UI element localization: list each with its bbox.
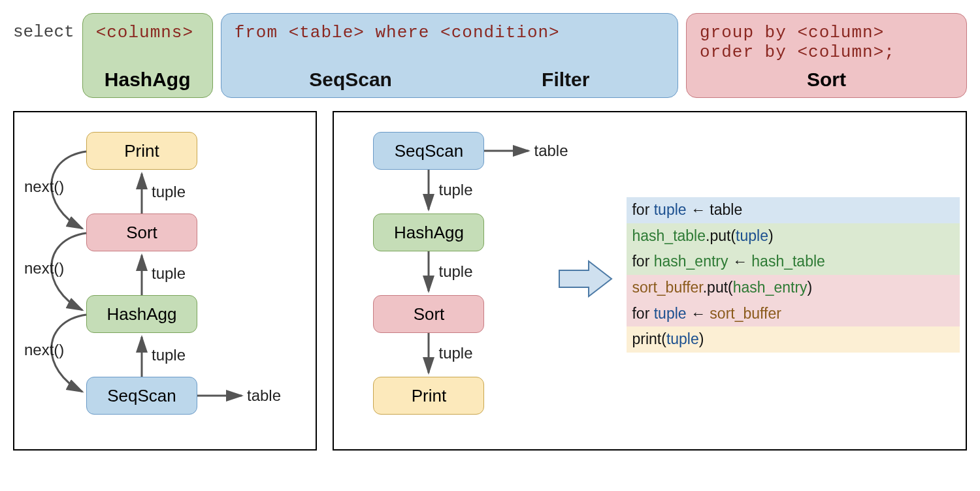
node2-sort: Sort: [373, 295, 484, 333]
pseudocode-line-3: for hash_entry ← hash_table: [627, 249, 960, 275]
node2-print: Print: [373, 377, 484, 415]
pseudocode-line-2: hash_table.put(tuple): [627, 223, 960, 249]
node2-sort-label: Sort: [414, 304, 445, 325]
hashagg-label: HashAgg: [96, 69, 199, 91]
l5-arrow: ←: [687, 305, 710, 322]
node-hashagg: HashAgg: [86, 295, 197, 333]
pseudocode-line-1: for tuple ← table: [627, 197, 960, 223]
l3-arrow: ←: [728, 253, 752, 270]
hashagg-clause-text: <columns>: [96, 23, 199, 42]
edge-next-2: next(): [24, 259, 64, 277]
node2-hashagg: HashAgg: [373, 214, 484, 251]
l1-table: table: [710, 201, 742, 218]
sort-clause-text-2: order by <column>;: [700, 42, 953, 62]
big-arrow-icon: [556, 256, 615, 302]
edge-tuple-r1: tuple: [438, 181, 472, 199]
pseudocode-line-6: print(tuple): [627, 326, 960, 353]
panel-push-model: SeqScan HashAgg Sort Print table tuple t…: [333, 111, 967, 451]
sort-clause-text-1: group by <column>: [700, 23, 953, 42]
l4-close: ): [808, 279, 813, 296]
l5-sort-buffer: sort_buffer: [710, 305, 781, 322]
l5-for: for: [632, 305, 653, 322]
pseudocode-block: for tuple ← table hash_table.put(tuple) …: [627, 197, 960, 353]
l4-hash-entry: hash_entry: [733, 279, 808, 296]
edge-table-right: table: [534, 142, 568, 160]
edge-next-3: next(): [24, 341, 64, 359]
l2-hash-table: hash_table: [632, 227, 706, 244]
pseudocode-line-5: for tuple ← sort_buffer: [627, 301, 960, 327]
node2-print-label: Print: [412, 386, 446, 406]
edge-tuple-r3: tuple: [438, 344, 472, 362]
l6-tuple: tuple: [666, 330, 699, 347]
panels-row: Print Sort HashAgg SeqScan next() next(): [13, 111, 967, 451]
edge-tuple-1: tuple: [152, 183, 186, 201]
node-print-label: Print: [124, 141, 159, 161]
seqscan-clause-text: from <table> where <condition>: [235, 23, 664, 42]
seqscan-label: SeqScan: [309, 69, 392, 91]
l3-hash-table: hash_table: [751, 253, 825, 270]
l2-put: .put(: [706, 227, 736, 244]
node-hashagg-label: HashAgg: [107, 304, 177, 325]
l5-tuple: tuple: [654, 305, 687, 322]
l1-tuple: tuple: [654, 201, 687, 218]
node-sort-label: Sort: [126, 223, 157, 243]
edge-tuple-3: tuple: [152, 346, 186, 364]
edge-next-1: next(): [24, 178, 64, 196]
node2-seqscan: SeqScan: [373, 132, 484, 170]
hashagg-clause-box: <columns> HashAgg: [82, 13, 213, 98]
pseudocode-line-4: sort_buffer.put(hash_entry): [627, 275, 960, 301]
node-seqscan-label: SeqScan: [107, 386, 176, 406]
l4-put: .put(: [703, 279, 733, 296]
l4-sort-buffer: sort_buffer: [632, 279, 702, 296]
l1-arrow: ←: [687, 201, 710, 218]
filter-label: Filter: [542, 69, 589, 91]
sql-mapping-row: select <columns> HashAgg from <table> wh…: [13, 13, 967, 98]
node2-hashagg-label: HashAgg: [394, 223, 464, 243]
l6-close: ): [699, 330, 704, 347]
node2-seqscan-label: SeqScan: [395, 141, 464, 161]
l3-hash-entry: hash_entry: [654, 253, 728, 270]
l1-for: for: [632, 201, 653, 218]
node-seqscan: SeqScan: [86, 377, 197, 415]
l6-print: print(: [632, 330, 666, 347]
edge-tuple-r2: tuple: [438, 262, 472, 281]
edge-tuple-2: tuple: [152, 264, 186, 283]
l2-tuple: tuple: [736, 227, 768, 244]
sort-clause-box: group by <column> order by <column>; Sor…: [686, 13, 967, 98]
node-print: Print: [86, 132, 197, 170]
select-keyword: select: [13, 13, 74, 42]
edge-table-left: table: [247, 387, 281, 405]
l3-for: for: [632, 253, 653, 270]
node-sort: Sort: [86, 214, 197, 251]
panel-iterator-model: Print Sort HashAgg SeqScan next() next(): [13, 111, 317, 451]
seqscan-clause-box: from <table> where <condition> SeqScan F…: [221, 13, 678, 98]
sort-label: Sort: [700, 69, 953, 91]
l2-close: ): [768, 227, 774, 244]
